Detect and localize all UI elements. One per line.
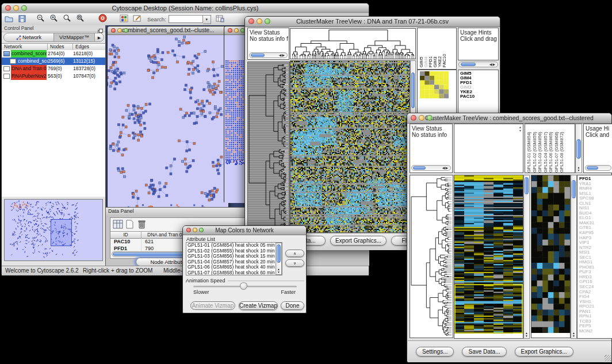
close-button[interactable] [5,5,11,11]
close-button[interactable] [186,228,191,232]
network-view-canvas[interactable] [108,35,228,209]
network-row[interactable]: DNA and Tran 07 769(0) 183728(0) [2,65,105,72]
tv2-zoom-heatmap-canvas[interactable] [531,175,570,333]
tab-overflow-button[interactable]: ▶ [94,33,104,41]
tv1-column-label[interactable]: PAC10 [442,29,446,67]
scrollbar-thumb[interactable] [461,63,476,66]
zoom-fit-icon[interactable] [76,14,85,25]
tv1-row-dendrogram-canvas[interactable] [248,62,289,232]
main-titlebar[interactable]: Cytoscape Desktop (Session Name: collins… [2,3,369,14]
tv2-column-label[interactable]: GPL51-06 (GSM865) [548,125,554,173]
minimize-button[interactable] [257,18,262,24]
tv2-column-label[interactable]: GPL51-01 (GSM854) [526,125,532,173]
close-button[interactable] [228,28,232,33]
scroll-arrows-icon[interactable]: ◀▶ [279,53,285,58]
scroll-arrows-icon[interactable]: ◀▶ [489,62,496,67]
tv2-action-button[interactable]: Settings... [416,347,454,357]
attribute-list-item[interactable]: GPL51-06 (GSM865) heat shock 40 min [186,265,282,270]
minimize-button[interactable] [193,228,197,232]
tv2-column-label[interactable]: GPL51-03 (GSM856) [537,125,543,173]
minimize-button[interactable] [419,115,424,121]
scroll-arrows-icon[interactable]: ▲▼ [276,268,281,274]
zoom-selected-icon[interactable] [63,14,71,25]
tv2-column-label[interactable]: GPL51-02 (GSM855) [532,125,538,173]
attribute-browser-icon[interactable] [216,14,224,25]
tv2-zoom-vscrollbar[interactable]: ▲▼ [571,175,577,339]
resize-grip[interactable] [605,355,611,361]
search-dropdown-arrow-icon[interactable]: ▼ [203,15,211,24]
tv1-heatmap-canvas[interactable] [290,61,410,232]
zoom-button[interactable] [21,5,27,11]
tv2-action-button[interactable]: Export Graphics... [515,347,573,357]
close-button[interactable] [411,115,416,121]
scroll-arrows-icon[interactable]: ◀▶ [442,166,449,171]
zoom-out-icon[interactable] [36,14,45,25]
tv2-column-label[interactable]: GPL51-07 (GSM868) [554,125,560,173]
open-file-icon[interactable] [5,14,13,25]
minimize-button[interactable] [13,5,19,11]
scroll-arrows-icon[interactable]: ▲▼ [524,332,529,338]
col-nodes[interactable]: Nodes [48,44,73,50]
done-button[interactable]: Done [281,301,304,310]
col-edges[interactable]: Edges [73,44,105,50]
create-vizmap-button[interactable]: Create Vizmap [239,301,278,310]
animate-vizmap-button[interactable]: Animate Vizmap [190,301,235,310]
zoom-button[interactable] [199,228,204,232]
scrollbar-thumb[interactable] [587,166,598,170]
scrollbar-thumb[interactable] [525,177,529,194]
network-row[interactable]: RNAPuberNov2+| 563(0) 107847(0) [2,72,105,80]
minimize-button[interactable] [117,28,122,33]
tv1-column-label[interactable]: GIM5 [419,29,423,67]
network-row[interactable]: combined_scores 2764(0) 16218(0) [2,50,105,58]
tv1-column-label[interactable]: GIM3 [433,29,437,67]
mini-scroll-arrows-icon[interactable]: ▲▼ [519,125,522,132]
tv2-heatmap-canvas[interactable] [454,175,523,334]
search-input[interactable] [169,15,203,23]
node-attributes-icon[interactable] [120,14,128,25]
tv1-genelist-hscrollbar[interactable]: ◀▶ [458,62,498,67]
scrollbar-thumb[interactable] [576,139,581,159]
network-row[interactable]: combined_sco 2569(6) 13112(15) [2,58,105,65]
minimize-button[interactable] [234,28,239,33]
scrollbar-thumb[interactable] [413,166,426,170]
help-icon[interactable] [98,14,107,25]
tv2-usage-scrollbar[interactable] [585,165,611,171]
tv2-column-label[interactable]: GPL51-04 (GSM857) [543,125,549,173]
move-up-button[interactable]: ∧ [285,250,304,257]
tv2-gene-label[interactable]: MON2 [579,329,612,334]
close-button[interactable] [111,28,116,33]
tv1-status-scrollbar[interactable]: ◀▶ [249,52,288,58]
tv1-gene-label[interactable]: PAC10 [460,94,498,99]
tab-network[interactable]: Network [4,33,54,41]
close-button[interactable] [248,18,254,24]
tv1-zoom-matrix-canvas[interactable] [420,71,449,98]
col-network[interactable]: Network [2,44,48,50]
zoom-button[interactable] [124,28,128,33]
tab-vizmapper[interactable]: VizMapper™ [54,33,94,41]
scroll-arrows-icon[interactable]: ▲▼ [576,166,582,172]
tv1-column-label[interactable]: YKE2 [437,29,442,67]
network-overview-canvas[interactable] [5,200,102,260]
attribute-list-item[interactable]: GPL51-07 (GSM868) heat shock 60 min [186,270,282,275]
scrollbar-thumb[interactable] [277,244,281,263]
network-view-titlebar[interactable]: combined_scores_good.txt--cluste... [108,26,228,35]
zoom-in-icon[interactable] [49,14,58,25]
treeview1-titlebar[interactable]: ClusterMaker TreeView : DNA and Tran 07-… [245,17,500,27]
tv2-status-scrollbar[interactable]: ◀▶ [411,165,451,171]
delete-attribute-icon[interactable] [137,220,146,231]
tv1-column-dendrogram-canvas[interactable] [290,29,415,59]
scrollbar-thumb[interactable] [572,180,576,198]
annotation-icon[interactable] [133,14,141,25]
attribute-list-vscrollbar[interactable]: ▲▼ [276,243,282,275]
attribute-list-item[interactable]: GPL51-01 (GSM854) heat shock 05 min [186,243,282,248]
tv2-column-labels-vscrollbar[interactable]: ▲▼ [575,124,582,173]
treeview2-titlebar[interactable]: ClusterMaker TreeView : combined_scores_… [407,113,611,124]
attribute-list-item[interactable]: GPL51-03 (GSM856) heat shock 15 min [186,254,282,259]
tv1-column-label[interactable]: GIM4 [423,29,428,67]
dialog-titlebar[interactable]: Map Colors to Network [183,226,306,235]
new-attribute-icon[interactable] [125,220,134,231]
attribute-list-item[interactable]: GPL51-02 (GSM855) heat shock 10 min [186,248,282,254]
scrollbar-thumb[interactable] [411,72,415,108]
tv1-column-label[interactable]: PFD1 [428,29,433,67]
tv2-row-dendrogram-canvas[interactable] [410,175,453,338]
